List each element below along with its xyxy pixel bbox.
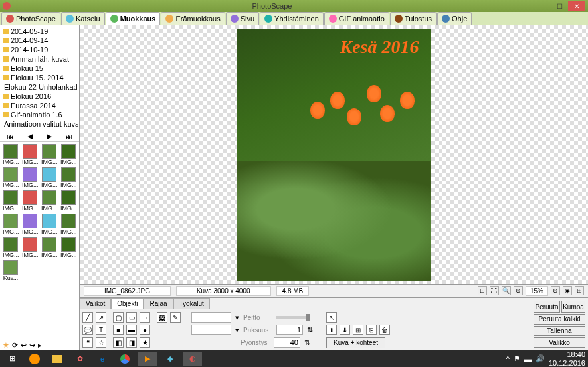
thumbnail[interactable]: Kuv... [2, 260, 19, 281]
minimize-button[interactable]: — [534, 1, 551, 11]
thumbnail[interactable]: IMG... [41, 167, 58, 188]
rounding-input[interactable] [274, 337, 300, 348]
roundrect-outline-tool[interactable]: ▭ [126, 312, 137, 323]
roundrect-shadow-tool[interactable]: ◨ [126, 337, 137, 348]
thumbnail[interactable]: IMG... [21, 214, 39, 235]
group-icon[interactable]: ⊞ [353, 325, 363, 335]
folder-tree[interactable]: 2014-05-192014-09-142014-10-19Amman läh.… [0, 25, 79, 131]
start-button[interactable]: ⊞ [3, 352, 21, 366]
actual-size-icon[interactable]: ◉ [563, 286, 572, 295]
opacity-slider[interactable] [276, 316, 310, 319]
tab-katselu[interactable]: Katselu [61, 12, 105, 25]
symbol-tool[interactable]: ❝ [82, 337, 93, 348]
edge-icon[interactable]: e [93, 352, 112, 366]
forward-icon[interactable]: ↪ [29, 341, 35, 350]
tool-tab-rajaa[interactable]: Rajaa [144, 298, 173, 309]
thumbnail[interactable]: IMG... [60, 190, 77, 212]
app3-icon[interactable]: ◆ [161, 352, 179, 366]
close-button[interactable]: ✕ [568, 1, 585, 11]
thumbnail[interactable]: IMG... [41, 237, 58, 258]
folder-item[interactable]: 2014-05-19 [1, 27, 78, 36]
thumbnail[interactable]: IMG... [2, 237, 19, 258]
dropdown-icon[interactable]: ▾ [235, 313, 239, 322]
folder-item[interactable]: 2014-09-14 [1, 36, 78, 45]
tab-muokkaus[interactable]: Muokkaus [106, 12, 161, 25]
clock[interactable]: 18:40 10.12.2016 [549, 350, 585, 366]
menu-button[interactable]: Valikko [534, 337, 585, 348]
star-icon[interactable]: ★ [3, 341, 9, 350]
text-tool[interactable]: T [96, 325, 106, 335]
star-fill-tool[interactable]: ★ [140, 337, 150, 348]
nav-next-icon[interactable]: ▶ [47, 132, 52, 141]
thumbnail[interactable]: IMG... [60, 167, 77, 188]
thumbnail[interactable]: IMG... [21, 190, 39, 212]
tab-gif animaatio[interactable]: GIF animaatio [324, 12, 389, 25]
undo-button[interactable]: Peruuta [534, 301, 560, 313]
image-objects-button[interactable]: Kuva + kohteet [326, 337, 385, 348]
explorer-icon[interactable] [48, 352, 66, 366]
app1-icon[interactable]: ✿ [70, 352, 89, 366]
maximize-button[interactable]: ☐ [551, 1, 568, 11]
tab-erämuokkaus[interactable]: Erämuokkaus [161, 12, 225, 25]
tool-tab-objekti[interactable]: Objekti [111, 298, 144, 309]
tool-tab-valikot[interactable]: Valikot [80, 298, 111, 309]
refresh-icon[interactable]: ⟳ [12, 341, 18, 350]
folder-item[interactable]: Elokuu 15 [1, 64, 78, 73]
color-picker[interactable] [191, 312, 231, 323]
tab-ohje[interactable]: Ohje [437, 12, 472, 25]
spinner-icon[interactable]: ⇅ [307, 326, 313, 334]
dropdown-icon[interactable]: ▾ [235, 326, 239, 334]
zoom-in-icon[interactable]: 🔍 [502, 286, 511, 295]
spinner-icon[interactable]: ⇅ [304, 338, 310, 347]
circle-outline-tool[interactable]: ○ [140, 312, 150, 323]
speech-tool[interactable]: 💬 [82, 325, 93, 335]
chrome-icon[interactable] [116, 352, 134, 366]
thumbnail-grid[interactable]: IMG...IMG...IMG...IMG...IMG...IMG...IMG.… [0, 142, 79, 340]
tray-flag-icon[interactable]: ⚑ [514, 354, 520, 363]
pen-tool[interactable]: ✎ [170, 312, 181, 323]
thumbnail[interactable]: IMG... [21, 144, 39, 165]
tab-photoscape[interactable]: PhotoScape [1, 12, 60, 25]
zoom-out-icon[interactable]: ⊖ [551, 286, 560, 295]
arrow-tool[interactable]: ↗ [96, 312, 106, 323]
undo-all-button[interactable]: Peruuta kaikki [534, 314, 585, 325]
thumbnail[interactable]: IMG... [2, 144, 19, 165]
photoscape-taskbar-icon[interactable]: ◐ [183, 352, 202, 366]
nav-last-icon[interactable]: ⏭ [65, 133, 72, 141]
save-button[interactable]: Tallenna [534, 326, 585, 336]
thumbnail[interactable]: IMG... [60, 237, 77, 258]
star-tool[interactable]: ☆ [96, 337, 106, 348]
thumbnail[interactable]: IMG... [41, 190, 58, 212]
tray-volume-icon[interactable]: 🔊 [536, 354, 545, 363]
folder-item[interactable]: Eurassa 2014 [1, 101, 78, 110]
rect-fill-tool[interactable]: ■ [113, 325, 124, 335]
tray-up-icon[interactable]: ^ [506, 355, 510, 363]
linestyle-picker[interactable] [191, 325, 231, 335]
fit-icon[interactable]: ⊡ [478, 286, 487, 295]
folder-item[interactable]: Gif-animatio 1.6 [1, 110, 78, 119]
app2-icon[interactable]: ▶ [138, 352, 157, 366]
expand-icon[interactable]: ⛶ [490, 286, 499, 295]
folder-item[interactable]: 2014-10-19 [1, 45, 78, 54]
send-back-icon[interactable]: ⬇ [340, 325, 350, 335]
more-icon[interactable]: ▸ [38, 341, 42, 350]
photo-preview[interactable]: Kesä 2016 [237, 29, 431, 281]
thumbnail[interactable]: IMG... [60, 144, 77, 165]
thumbnail[interactable]: IMG... [41, 144, 58, 165]
folder-item[interactable]: Elokuu 22 Unholankadulla [1, 82, 78, 92]
pointer-tool[interactable]: ↖ [326, 312, 337, 323]
image-tool[interactable]: 🖼 [157, 312, 167, 323]
rect-shadow-tool[interactable]: ◧ [113, 337, 124, 348]
copy-icon[interactable]: ⎘ [366, 325, 377, 335]
tab-tulostus[interactable]: Tulostus [390, 12, 437, 25]
circle-fill-tool[interactable]: ● [140, 325, 150, 335]
delete-icon[interactable]: 🗑 [379, 325, 390, 335]
folder-item[interactable]: Elokuu 15. 2014 [1, 73, 78, 82]
thumbnail[interactable]: IMG... [41, 214, 58, 235]
roundrect-fill-tool[interactable]: ▬ [126, 325, 137, 335]
folder-item[interactable]: Elokuu 2016 [1, 92, 78, 101]
thumbnail[interactable]: IMG... [2, 167, 19, 188]
thumbnail[interactable]: IMG... [60, 214, 77, 235]
tray-network-icon[interactable]: ▬ [524, 355, 532, 363]
folder-item[interactable]: Animatioon valitut kuva [1, 119, 78, 129]
